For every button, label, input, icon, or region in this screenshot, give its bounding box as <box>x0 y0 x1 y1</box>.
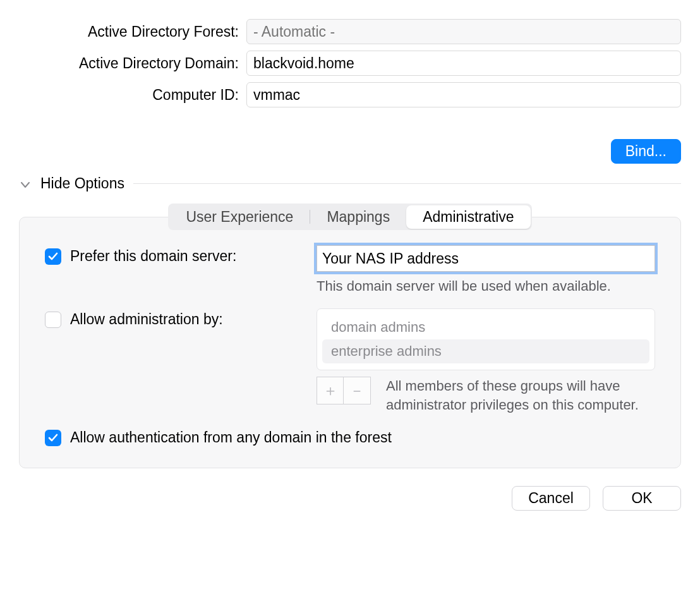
plus-minus-stepper: ＋ － <box>317 377 371 404</box>
computer-id-label: Computer ID: <box>19 87 246 104</box>
prefer-server-help: This domain server will be used when ava… <box>317 278 655 294</box>
admin-groups-help: All members of these groups will have ad… <box>386 377 655 414</box>
administrative-panel: Prefer this domain server: This domain s… <box>19 217 681 468</box>
ad-domain-input[interactable] <box>246 51 681 76</box>
prefer-server-input[interactable] <box>317 245 655 272</box>
row-ad-domain: Active Directory Domain: <box>19 51 681 76</box>
ad-forest-label: Active Directory Forest: <box>19 23 246 40</box>
chevron-down-icon <box>19 175 32 192</box>
hide-options-toggle[interactable]: Hide Options <box>19 175 681 192</box>
allow-any-domain-label: Allow authentication from any domain in … <box>70 429 392 446</box>
row-computer-id: Computer ID: <box>19 82 681 107</box>
add-button[interactable]: ＋ <box>317 377 344 404</box>
bind-button[interactable]: Bind... <box>611 139 681 164</box>
prefer-server-label: Prefer this domain server: <box>70 248 236 265</box>
ad-forest-input <box>246 19 681 44</box>
tabs-segmented-control: User Experience Mappings Administrative <box>168 203 531 230</box>
computer-id-input[interactable] <box>246 82 681 107</box>
admin-groups-list: domain admins enterprise admins <box>317 308 655 370</box>
row-ad-forest: Active Directory Forest: <box>19 19 681 44</box>
divider <box>133 183 681 184</box>
allow-admin-checkbox[interactable] <box>45 312 61 328</box>
prefer-server-checkbox[interactable] <box>45 248 61 265</box>
check-icon <box>48 434 58 442</box>
ok-button[interactable]: OK <box>603 486 681 511</box>
tab-mappings[interactable]: Mappings <box>310 205 406 229</box>
tab-administrative[interactable]: Administrative <box>406 205 530 229</box>
hide-options-label: Hide Options <box>40 175 124 192</box>
allow-any-domain-checkbox[interactable] <box>45 430 61 446</box>
list-item[interactable]: enterprise admins <box>322 339 649 363</box>
list-item[interactable]: domain admins <box>322 315 649 339</box>
ad-domain-label: Active Directory Domain: <box>19 55 246 72</box>
allow-admin-label: Allow administration by: <box>70 311 223 328</box>
tab-user-experience[interactable]: User Experience <box>169 205 310 229</box>
remove-button[interactable]: － <box>344 377 370 404</box>
cancel-button[interactable]: Cancel <box>512 486 590 511</box>
check-icon <box>48 252 58 261</box>
